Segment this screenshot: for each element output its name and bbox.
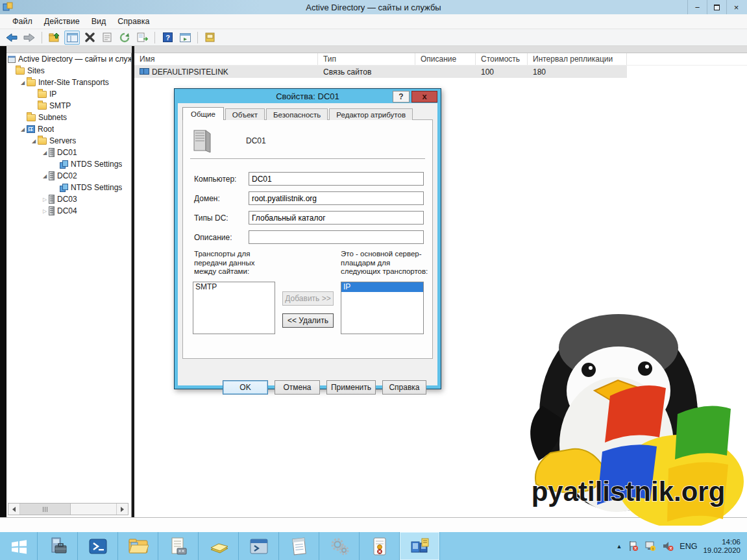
- expander-icon[interactable]: ▷: [41, 197, 49, 202]
- scroll-left-button[interactable]: [8, 504, 20, 515]
- dialog-titlebar: Свойства: DC01 ? x: [175, 89, 441, 103]
- pyatilistnik-watermark: pyatilistnik.org: [513, 305, 747, 526]
- cancel-button[interactable]: Отмена: [275, 380, 320, 395]
- ok-button[interactable]: OK: [223, 380, 268, 395]
- up-one-level-button[interactable]: [47, 30, 62, 45]
- properties-button[interactable]: [99, 30, 115, 45]
- taskbar-app-group-policy[interactable]: [158, 532, 199, 560]
- column-header-name[interactable]: Имя: [134, 53, 318, 65]
- export-list-button[interactable]: [134, 30, 150, 45]
- tree-item-dc02[interactable]: ◢ DC02: [6, 170, 131, 182]
- tree-item-label: DC02: [57, 171, 77, 180]
- tree-item-dc01[interactable]: ◢ DC01: [6, 147, 131, 158]
- help-button[interactable]: ?: [160, 30, 175, 45]
- show-console-tree-button[interactable]: [64, 30, 80, 45]
- column-header-cost[interactable]: Стоимость: [476, 53, 528, 65]
- expander-icon[interactable]: ◢: [41, 173, 49, 179]
- tree-item-dc04[interactable]: ▷ DC04: [6, 205, 131, 217]
- up-one-level-icon: [49, 32, 60, 42]
- tab-security[interactable]: Безопасность: [266, 108, 328, 120]
- listbox-item-ip[interactable]: IP: [341, 282, 423, 292]
- taskbar-app-event-viewer[interactable]: [360, 532, 400, 560]
- network-status-icon[interactable]: !: [644, 541, 656, 552]
- taskbar-app-ad-sites-services[interactable]: [400, 532, 440, 560]
- back-button[interactable]: [4, 30, 19, 45]
- expander-icon[interactable]: ◢: [30, 138, 38, 144]
- horizontal-scrollbar[interactable]: [8, 503, 129, 515]
- menu-file[interactable]: Файл: [6, 15, 38, 28]
- taskbar-app-powershell[interactable]: [78, 532, 118, 560]
- expander-icon[interactable]: ◢: [41, 150, 49, 156]
- tree-item-dc02-ntds-settings[interactable]: NTDS Settings: [6, 182, 131, 193]
- dialog-help-button[interactable]: ?: [393, 91, 410, 103]
- tree-item-inter-site-transports[interactable]: ◢ Inter-Site Transports: [6, 77, 131, 88]
- expander-icon[interactable]: ▷: [41, 208, 49, 214]
- tree-item-dc01-ntds-settings[interactable]: NTDS Settings: [6, 158, 131, 170]
- console-tree-pane: Active Directory — сайты и службы Sites …: [6, 53, 132, 517]
- column-header-replication-interval[interactable]: Интервал репликации: [528, 53, 627, 65]
- dialog-tabs: Общие Объект Безопасность Редактор атриб…: [178, 103, 437, 120]
- description-field[interactable]: [249, 230, 424, 244]
- tree-item-root-site[interactable]: ◢ Root: [6, 123, 131, 135]
- close-button[interactable]: ×: [726, 0, 746, 14]
- taskbar-app-server-manager[interactable]: [38, 532, 78, 560]
- volume-muted-icon[interactable]: [662, 541, 674, 552]
- transports-available-listbox[interactable]: SMTP: [193, 282, 275, 334]
- tree-item-label: SMTP: [49, 101, 71, 110]
- column-header-type[interactable]: Тип: [318, 53, 415, 65]
- dialog-help-bottom-button[interactable]: Справка: [382, 380, 426, 395]
- taskbar-app-powershell-ise[interactable]: [239, 532, 279, 560]
- expander-icon[interactable]: ◢: [19, 127, 27, 132]
- apply-button[interactable]: Применить: [326, 380, 376, 395]
- restore-button[interactable]: [707, 0, 726, 14]
- menu-help[interactable]: Справка: [112, 15, 155, 28]
- transports-bridgehead-listbox[interactable]: IP: [341, 282, 424, 334]
- taskbar-app-file-explorer[interactable]: [118, 532, 158, 560]
- list-row-defaultipsitelink[interactable]: DEFAULTIPSITELINK Связь сайтов 100 180: [134, 66, 627, 78]
- tree-item-subnets[interactable]: Subnets: [6, 112, 131, 123]
- toolbar-separator: [197, 32, 198, 43]
- remove-button[interactable]: << Удалить: [282, 313, 334, 328]
- add-button[interactable]: Добавить >>: [282, 291, 334, 306]
- refresh-icon: [119, 32, 130, 43]
- taskbar-app-services[interactable]: [319, 532, 360, 560]
- snap-in-icon: [205, 32, 215, 42]
- tree-item-servers[interactable]: ◢ Servers: [6, 135, 131, 147]
- action-center-flag-icon[interactable]: [628, 541, 639, 552]
- snap-in-button[interactable]: [202, 30, 218, 45]
- listbox-item-smtp[interactable]: SMTP: [193, 282, 275, 292]
- folder-icon: [38, 103, 47, 110]
- computer-field[interactable]: [249, 172, 424, 186]
- language-indicator[interactable]: ENG: [680, 542, 697, 551]
- tree-item-label: Sites: [27, 66, 45, 75]
- expander-icon[interactable]: ◢: [19, 80, 27, 86]
- tree-item-dc03[interactable]: ▷ DC03: [6, 193, 131, 205]
- scrollbar-thumb[interactable]: [20, 504, 71, 515]
- forward-button[interactable]: [21, 30, 37, 45]
- tree-item-console-root[interactable]: Active Directory — сайты и службы: [6, 53, 131, 65]
- tab-general[interactable]: Общие: [182, 107, 224, 120]
- domain-field[interactable]: [249, 191, 424, 205]
- clock[interactable]: 14:06 19.02.2020: [703, 538, 741, 555]
- column-header-description[interactable]: Описание: [415, 53, 476, 65]
- tab-attribute-editor[interactable]: Редактор атрибутов: [329, 108, 413, 120]
- scroll-right-button[interactable]: [116, 504, 128, 515]
- dialog-close-button[interactable]: x: [411, 91, 437, 103]
- tree-item-ip[interactable]: IP: [6, 88, 131, 100]
- site-link-icon: [140, 68, 149, 76]
- tab-object[interactable]: Объект: [225, 108, 265, 120]
- taskbar-app-notepad[interactable]: [279, 532, 319, 560]
- tray-expand-button[interactable]: ▲: [616, 543, 622, 550]
- refresh-button[interactable]: [117, 30, 132, 45]
- minimize-button[interactable]: −: [687, 0, 707, 14]
- console-root-icon: [8, 56, 16, 63]
- taskbar-app-help-book[interactable]: [199, 532, 239, 560]
- start-button[interactable]: [0, 532, 38, 560]
- menu-view[interactable]: Вид: [86, 15, 112, 28]
- new-window-button[interactable]: [177, 30, 193, 45]
- tree-item-smtp[interactable]: SMTP: [6, 100, 131, 112]
- tree-item-sites[interactable]: Sites: [6, 65, 131, 77]
- menu-action[interactable]: Действие: [38, 15, 86, 28]
- delete-button[interactable]: [82, 30, 97, 45]
- dc-type-field[interactable]: [249, 211, 424, 225]
